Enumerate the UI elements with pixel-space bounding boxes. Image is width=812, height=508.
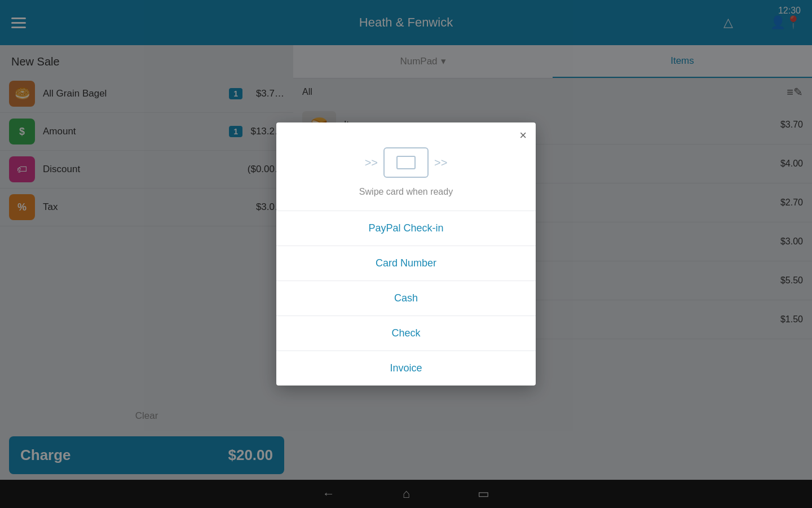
- check-option[interactable]: Check: [276, 316, 536, 351]
- modal-header: ×: [276, 122, 536, 142]
- modal-overlay[interactable]: × >> >> Swipe card when ready PayPal Che…: [0, 0, 812, 508]
- invoice-option[interactable]: Invoice: [276, 351, 536, 386]
- swipe-section: >> >> Swipe card when ready: [276, 142, 536, 211]
- swipe-label: Swipe card when ready: [359, 187, 453, 197]
- payment-modal: × >> >> Swipe card when ready PayPal Che…: [276, 122, 536, 386]
- paypal-checkin-option[interactable]: PayPal Check-in: [276, 211, 536, 246]
- cash-option[interactable]: Cash: [276, 281, 536, 316]
- swipe-card-graphic: >> >>: [365, 147, 448, 178]
- card-number-option[interactable]: Card Number: [276, 246, 536, 281]
- right-arrows-icon: >>: [434, 156, 447, 169]
- card-icon: [383, 147, 429, 178]
- modal-close-button[interactable]: ×: [519, 129, 527, 142]
- left-arrows-icon: >>: [365, 156, 378, 169]
